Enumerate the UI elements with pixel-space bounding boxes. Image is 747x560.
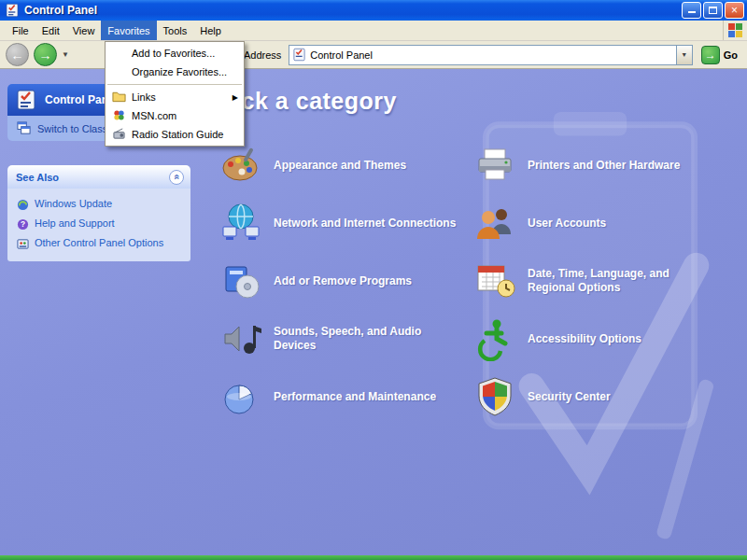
folder-icon [112,91,126,103]
taskbar-edge [0,555,747,560]
window-title: Control Panel [24,4,680,17]
menu-item-radio-station-guide[interactable]: Radio Station Guide [106,125,244,144]
menu-file[interactable]: File [6,21,35,40]
category-security-center[interactable]: Security Center [472,368,719,426]
other-options-label: Other Control Panel Options [35,237,163,249]
see-also-body: Windows Update ? Help and Support [7,189,190,261]
see-also-header: See Also « [7,165,190,189]
svg-text:?: ? [21,219,25,229]
help-support-icon: ? [17,218,29,231]
category-label: Accessibility Options [528,332,641,346]
menu-separator [107,84,242,85]
category-printers-and-other-hardware[interactable]: Printers and Other Hardware [472,136,719,194]
back-button[interactable]: ← [6,43,29,66]
favorites-menu-popup: Add to Favorites... Organize Favorites..… [105,41,245,147]
menu-edit[interactable]: Edit [35,21,66,40]
network-internet-icon [218,201,263,245]
minimize-icon [688,7,696,13]
titlebar: Control Panel × [0,0,747,21]
msn-icon [112,109,126,121]
help-and-support-label: Help and Support [35,217,115,230]
menu-item-links[interactable]: Links ▶ [106,88,244,106]
category-label: Security Center [528,390,611,404]
security-center-icon [472,374,517,419]
address-label: Address [241,49,284,61]
category-label: Appearance and Themes [274,159,406,173]
see-also-title: See Also [16,172,59,183]
category-label: Date, Time, Language, and Regional Optio… [528,267,714,295]
appearance-themes-icon [218,143,263,188]
category-view: Pick a category Appearance and Themes [198,69,747,555]
see-also-panel: See Also « Windows Update ? [7,165,190,261]
windows-update-label: Windows Update [35,198,112,210]
category-date-time-language-regional[interactable]: Date, Time, Language, and Regional Optio… [472,252,719,310]
category-label: Printers and Other Hardware [528,159,680,173]
printers-hardware-icon [472,143,517,188]
go-button[interactable]: → Go [698,46,741,64]
menu-help[interactable]: Help [193,21,228,40]
chevron-down-icon: ▼ [681,51,687,58]
radio-icon [112,128,126,140]
forward-button[interactable]: → [34,43,57,66]
minimize-button[interactable] [682,2,701,19]
menu-favorites[interactable]: Favorites [101,21,156,40]
go-label: Go [724,49,738,61]
address-control-panel-icon [292,48,306,62]
help-and-support-link[interactable]: ? Help and Support [17,217,183,231]
add-remove-programs-icon [218,259,263,303]
close-button[interactable]: × [725,2,744,19]
go-arrow-icon: → [701,46,720,64]
windows-logo-icon [728,23,742,37]
category-add-or-remove-programs[interactable]: Add or Remove Programs [218,252,465,310]
page-title: Pick a category [218,88,397,115]
category-sounds-speech-audio[interactable]: Sounds, Speech, and Audio Devices [218,310,465,368]
control-panel-window: Control Panel × File Edit View Favorites… [0,0,747,560]
forward-arrow-icon: → [39,48,52,63]
accessibility-icon [472,316,517,361]
classic-view-icon [17,121,31,135]
menu-view[interactable]: View [66,21,102,40]
control-panel-icon [5,3,20,18]
category-label: Add or Remove Programs [274,274,412,288]
chevron-up-icon: « [172,174,182,179]
category-label: Performance and Maintenance [274,390,436,404]
performance-maintenance-icon [218,374,263,419]
close-icon: × [731,5,738,16]
windows-logo-box [723,21,747,40]
category-user-accounts[interactable]: User Accounts [472,194,719,252]
date-time-language-icon [472,259,517,303]
control-panel-panel-icon [15,89,37,111]
back-arrow-icon: ← [11,48,24,63]
windows-update-link[interactable]: Windows Update [17,198,183,211]
category-performance-and-maintenance[interactable]: Performance and Maintenance [218,368,465,426]
maximize-button[interactable] [703,2,723,19]
other-control-panel-options-link[interactable]: Other Control Panel Options [17,237,183,250]
maximize-icon [709,7,717,14]
address-dropdown-button[interactable]: ▼ [676,46,692,64]
collapse-panel-button[interactable]: « [169,170,184,185]
menu-item-organize-favorites[interactable]: Organize Favorites... [106,63,244,81]
category-grid: Appearance and Themes Printers and Other… [218,136,719,426]
category-label: User Accounts [528,217,606,231]
category-network-and-internet-connections[interactable]: Network and Internet Connections [218,194,465,252]
category-appearance-and-themes[interactable]: Appearance and Themes [218,136,465,194]
other-options-icon [17,238,29,250]
submenu-arrow-icon: ▶ [233,93,238,102]
category-label: Network and Internet Connections [274,217,456,231]
windows-update-icon [17,199,29,211]
address-input[interactable] [310,47,675,63]
sounds-audio-icon [218,316,263,361]
forward-dropdown-arrow[interactable]: ▼ [62,50,69,59]
menu-item-add-to-favorites[interactable]: Add to Favorites... [106,44,244,63]
menu-item-msn[interactable]: MSN.com [106,106,244,125]
menubar: File Edit View Favorites Tools Help [0,21,747,41]
category-accessibility-options[interactable]: Accessibility Options [472,310,719,368]
user-accounts-icon [472,201,517,245]
menu-tools[interactable]: Tools [157,21,194,40]
category-label: Sounds, Speech, and Audio Devices [274,325,460,353]
address-bar[interactable]: ▼ [289,45,692,65]
